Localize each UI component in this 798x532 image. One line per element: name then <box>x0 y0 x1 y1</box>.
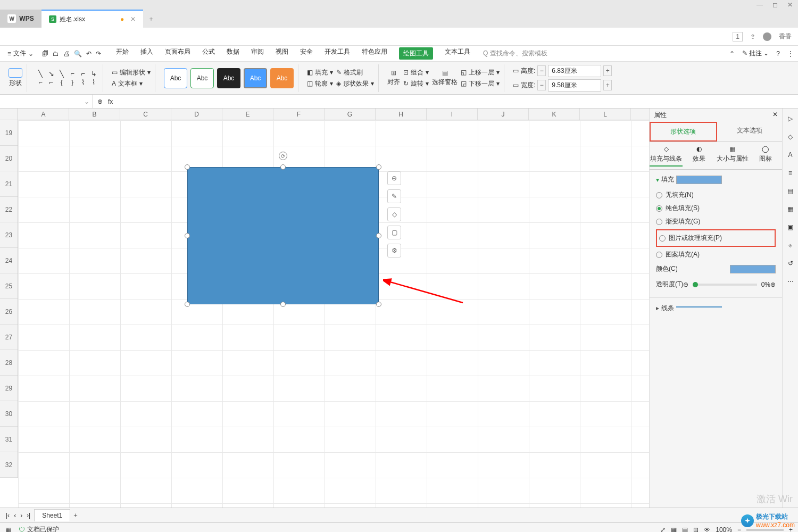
selected-rectangle-shape[interactable]: ⟳ <box>187 167 379 304</box>
redo-icon[interactable]: ↷ <box>96 50 101 57</box>
send-backward-button[interactable]: ◲ 下移一层 ▾ <box>461 79 500 88</box>
fullscreen-icon[interactable]: ⤢ <box>660 526 666 533</box>
minimize-button[interactable]: — <box>757 1 763 9</box>
float-tool-4[interactable]: ▢ <box>387 226 401 239</box>
fill-picture-radio[interactable]: 图片或纹理填充(P) <box>659 231 772 245</box>
undo-icon[interactable]: ↶ <box>86 50 92 57</box>
zoom-formula-icon[interactable]: ⊕ <box>97 98 103 105</box>
resize-handle-bm[interactable] <box>280 302 286 307</box>
add-sheet-button[interactable]: ＋ <box>72 511 79 520</box>
resize-handle-tm[interactable] <box>280 164 286 170</box>
sheet-nav-prev[interactable]: ‹ <box>12 512 18 519</box>
menu-data[interactable]: 数据 <box>227 47 239 60</box>
rail-link-icon[interactable]: ⟐ <box>788 242 792 249</box>
subtab-fill-line[interactable]: ◇填充与线条 <box>650 145 683 167</box>
view-eye-icon[interactable]: 👁 <box>704 526 710 533</box>
file-menu[interactable]: ≡ 文件 ⌄ <box>4 49 37 58</box>
selection-pane-button[interactable]: ▤选择窗格 <box>432 69 458 87</box>
view-normal-icon[interactable]: ▦ <box>671 526 677 533</box>
height-input[interactable]: 6.83厘米 <box>548 65 601 77</box>
outline-button[interactable]: ◫ 轮廓 ▾ <box>307 79 333 88</box>
style-preset-3[interactable]: Abc <box>217 68 240 88</box>
preview-icon[interactable]: 🔍 <box>74 50 82 57</box>
fill-gradient-radio[interactable]: 渐变填充(G) <box>656 215 776 228</box>
menu-special[interactable]: 特色应用 <box>362 47 387 60</box>
annotate-button[interactable]: ✎ 批注 ⌄ <box>742 49 769 58</box>
resize-handle-bl[interactable] <box>185 302 190 307</box>
insert-shape-button[interactable]: 形状 <box>9 68 22 88</box>
fill-pattern-radio[interactable]: 图案填充(A) <box>656 248 776 261</box>
width-input[interactable]: 9.58厘米 <box>548 79 601 92</box>
align-button[interactable]: ⊞对齐 <box>387 69 400 87</box>
file-tab[interactable]: S 姓名.xlsx ● ✕ <box>41 10 143 28</box>
sheet-nav-first[interactable]: |‹ <box>4 512 11 519</box>
help-button[interactable]: ? <box>776 50 780 57</box>
close-window-button[interactable]: ✕ <box>787 1 793 9</box>
menu-view[interactable]: 视图 <box>276 47 288 60</box>
text-box-button[interactable]: A 文本框 ▾ <box>112 79 151 88</box>
panel-close-button[interactable]: ✕ <box>772 111 778 120</box>
command-search[interactable]: Q 查找命令、搜索模板 <box>483 49 547 58</box>
fx-icon[interactable]: fx <box>108 98 113 105</box>
open-icon[interactable]: 🗀 <box>53 50 59 57</box>
rail-text-icon[interactable]: A <box>788 151 792 159</box>
height-decrease[interactable]: − <box>537 65 546 76</box>
style-preset-4[interactable]: Abc <box>244 68 267 88</box>
float-tool-1[interactable]: ⊖ <box>387 171 401 185</box>
line-style-swatch[interactable] <box>676 306 722 313</box>
bring-forward-button[interactable]: ◱ 上移一层 ▾ <box>461 68 500 77</box>
shape-style-gallery[interactable]: Abc Abc Abc Abc Abc <box>164 68 294 88</box>
format-painter-button[interactable]: ✎ 格式刷 <box>336 68 374 77</box>
tab-shape-options[interactable]: 形状选项 <box>650 122 717 142</box>
menu-security[interactable]: 安全 <box>300 47 313 60</box>
print-icon[interactable]: 🖨 <box>63 50 70 57</box>
resize-handle-tl[interactable] <box>185 164 190 170</box>
float-tool-3[interactable]: ◇ <box>387 207 401 221</box>
more-button[interactable]: ⋮ <box>787 50 794 57</box>
save-icon[interactable]: 🗐 <box>42 50 48 57</box>
rail-more-icon[interactable]: ⋯ <box>787 278 794 285</box>
name-box[interactable]: ⌄ <box>0 95 93 108</box>
protected-status[interactable]: 🛡 文档已保护 <box>19 525 59 532</box>
maximize-button[interactable]: ◻ <box>772 1 778 9</box>
new-tab-button[interactable]: ＋ <box>143 10 159 28</box>
menu-text-tools[interactable]: 文本工具 <box>445 47 470 60</box>
user-avatar[interactable] <box>763 32 771 41</box>
grid[interactable]: ABCDEFGHIJKL 192021222324252627282930313… <box>0 109 649 508</box>
zoom-slider[interactable] <box>746 529 784 531</box>
style-preset-2[interactable]: Abc <box>190 68 214 88</box>
shape-gallery[interactable]: ╲↘╲⌐⌐↳ ⌐⌐{}⌇⌇ <box>36 70 98 86</box>
view-split-icon[interactable]: ⊟ <box>693 526 699 533</box>
sheet-nav-next[interactable]: › <box>19 512 24 519</box>
fill-none-radio[interactable]: 无填充(N) <box>656 188 776 202</box>
menu-dev-tools[interactable]: 开发工具 <box>325 47 350 60</box>
menu-review[interactable]: 审阅 <box>251 47 264 60</box>
opacity-slider[interactable] <box>693 284 757 286</box>
fill-color-swatch[interactable] <box>676 176 722 184</box>
resize-handle-ml[interactable] <box>185 233 190 238</box>
line-section-header[interactable]: ▸ 线条 <box>656 303 776 313</box>
rotate-button[interactable]: ↻ 旋转 ▾ <box>403 79 429 88</box>
height-increase[interactable]: + <box>603 65 612 76</box>
rail-template-icon[interactable]: ▤ <box>787 187 793 195</box>
close-tab-button[interactable]: ✕ <box>130 15 136 23</box>
share-icon[interactable]: ⇪ <box>750 33 755 40</box>
status-icon[interactable]: ▦ <box>5 526 11 533</box>
collapse-ribbon-icon[interactable]: ⌃ <box>729 50 735 57</box>
fill-solid-radio[interactable]: 纯色填充(S) <box>656 202 776 215</box>
column-headers[interactable]: ABCDEFGHIJKL <box>18 109 649 120</box>
subtab-effects[interactable]: ◐效果 <box>683 145 716 166</box>
width-decrease[interactable]: − <box>537 80 546 90</box>
view-page-icon[interactable]: ▤ <box>682 526 688 533</box>
rotate-handle[interactable]: ⟳ <box>279 152 287 160</box>
fill-button[interactable]: ◧ 填充 ▾ <box>307 68 333 77</box>
width-increase[interactable]: + <box>603 80 612 90</box>
float-tool-5[interactable]: ⚙ <box>387 244 401 257</box>
color-picker[interactable] <box>730 265 776 273</box>
sheet-nav-last[interactable]: ›| <box>25 512 32 519</box>
tab-text-options[interactable]: 文本选项 <box>717 122 783 142</box>
rail-cursor-icon[interactable]: ▷ <box>788 115 793 122</box>
group-button[interactable]: ⊡ 组合 ▾ <box>403 68 429 77</box>
formula-input[interactable] <box>117 95 798 108</box>
rail-image-icon[interactable]: ▣ <box>787 223 793 231</box>
